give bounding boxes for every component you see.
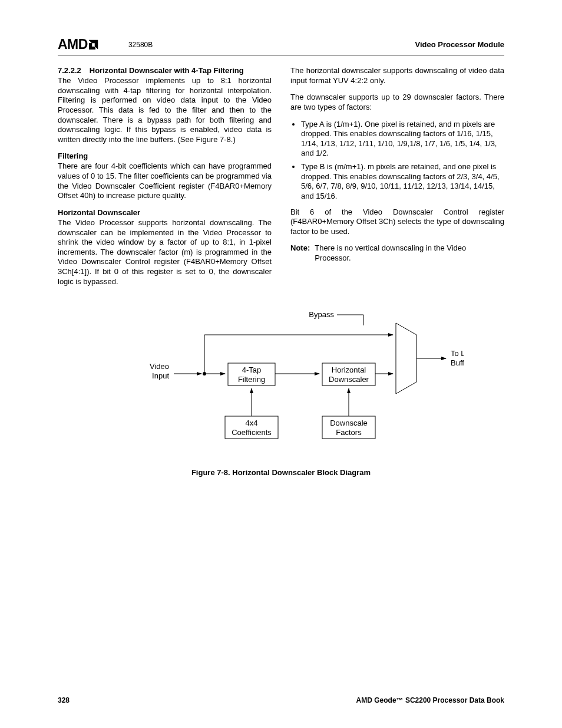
page-footer: 328 AMD Geode™ SC2200 Processor Data Boo… bbox=[58, 696, 504, 704]
hd-l2: Downscaler bbox=[329, 375, 369, 384]
hd-l1: Horizontal bbox=[332, 365, 366, 374]
block-diagram: Bypass Video Input 4-Tap Filtering bbox=[98, 305, 464, 459]
doc-id: 32580B bbox=[128, 41, 153, 49]
right-p2: The downscaler supports up to 29 downsca… bbox=[290, 93, 504, 112]
amd-arrow-icon bbox=[88, 39, 100, 50]
header-section-title: Video Processor Module bbox=[415, 40, 504, 49]
list-item: Type B is (m/m+1). m pixels are retained… bbox=[301, 162, 504, 202]
bypass-label: Bypass bbox=[309, 310, 334, 319]
note-text: There is no vertical downscaling in the … bbox=[315, 243, 504, 263]
tap-l1: 4-Tap bbox=[242, 365, 262, 374]
figure-7-8: Bypass Video Input 4-Tap Filtering bbox=[58, 305, 504, 477]
mux-shape bbox=[396, 323, 416, 394]
book-title: AMD Geode™ SC2200 Processor Data Book bbox=[356, 696, 504, 704]
section-title: Horizontal Downscaler with 4-Tap Filteri… bbox=[90, 66, 244, 75]
tap-l2: Filtering bbox=[238, 375, 265, 384]
section-heading: 7.2.2.2Horizontal Downscaler with 4-Tap … bbox=[58, 66, 272, 75]
out-l2: Buffers bbox=[451, 358, 464, 367]
coef-l1: 4x4 bbox=[246, 419, 258, 427]
hds-heading: Horizontal Downscaler bbox=[58, 208, 272, 217]
page: AMD 32580B Video Processor Module 7.2.2.… bbox=[0, 0, 562, 728]
page-header: AMD 32580B Video Processor Module bbox=[58, 37, 504, 55]
filtering-paragraph: There are four 4-bit coefficients which … bbox=[58, 162, 272, 201]
out-l1: To Line bbox=[451, 349, 464, 358]
list-item: Type A is (1/m+1). One pixel is retained… bbox=[301, 120, 504, 159]
left-column: 7.2.2.2Horizontal Downscaler with 4-Tap … bbox=[58, 66, 272, 294]
logo-text: AMD bbox=[58, 37, 88, 52]
filtering-heading: Filtering bbox=[58, 151, 272, 160]
right-column: The horizontal downscaler supports downs… bbox=[290, 66, 504, 294]
right-p3: Bit 6 of the Video Downscaler Control re… bbox=[290, 207, 504, 237]
coef-l2: Coefficients bbox=[232, 428, 272, 437]
figure-caption: Figure 7-8. Horizontal Downscaler Block … bbox=[58, 468, 504, 477]
two-column-body: 7.2.2.2Horizontal Downscaler with 4-Tap … bbox=[58, 66, 504, 294]
df-l2: Factors bbox=[336, 428, 362, 437]
section-number: 7.2.2.2 bbox=[58, 66, 81, 75]
video-input-l1: Video bbox=[150, 362, 169, 371]
intro-paragraph: The Video Processor implements up to 8:1… bbox=[58, 76, 272, 144]
page-number: 328 bbox=[58, 696, 70, 704]
df-l1: Downscale bbox=[330, 419, 368, 427]
hds-paragraph: The Video Processor supports horizontal … bbox=[58, 218, 272, 286]
right-p1: The horizontal downscaler supports downs… bbox=[290, 66, 504, 85]
note-label: Note: bbox=[290, 243, 310, 263]
video-input-l2: Input bbox=[152, 371, 169, 380]
amd-logo: AMD bbox=[58, 37, 100, 52]
note: Note: There is no vertical downscaling i… bbox=[290, 243, 504, 263]
factor-list: Type A is (1/m+1). One pixel is retained… bbox=[290, 120, 504, 202]
